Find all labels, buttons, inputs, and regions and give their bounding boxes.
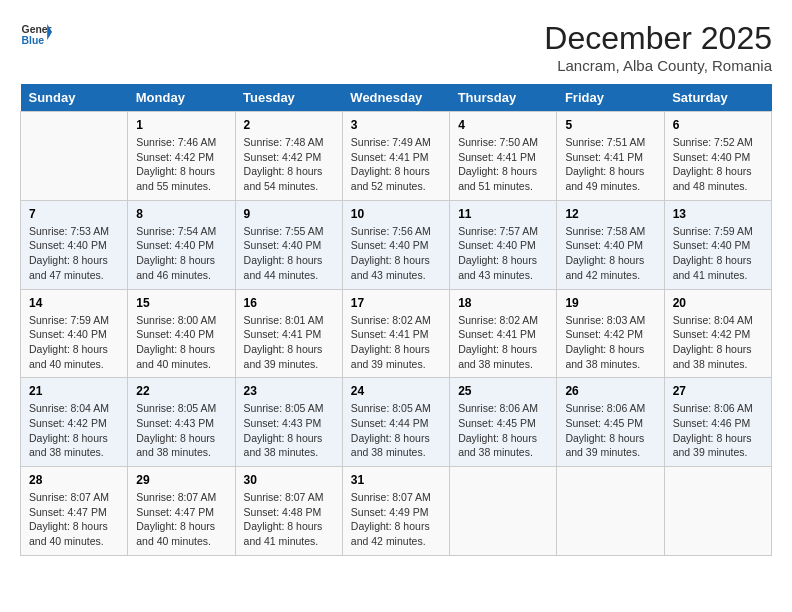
calendar-cell: 6Sunrise: 7:52 AM Sunset: 4:40 PM Daylig… bbox=[664, 112, 771, 201]
calendar-cell: 13Sunrise: 7:59 AM Sunset: 4:40 PM Dayli… bbox=[664, 200, 771, 289]
calendar-cell bbox=[557, 467, 664, 556]
day-info: Sunrise: 7:53 AM Sunset: 4:40 PM Dayligh… bbox=[29, 224, 119, 283]
calendar-cell: 3Sunrise: 7:49 AM Sunset: 4:41 PM Daylig… bbox=[342, 112, 449, 201]
day-number: 16 bbox=[244, 296, 334, 310]
day-number: 11 bbox=[458, 207, 548, 221]
calendar-cell: 27Sunrise: 8:06 AM Sunset: 4:46 PM Dayli… bbox=[664, 378, 771, 467]
calendar-cell: 12Sunrise: 7:58 AM Sunset: 4:40 PM Dayli… bbox=[557, 200, 664, 289]
day-info: Sunrise: 7:50 AM Sunset: 4:41 PM Dayligh… bbox=[458, 135, 548, 194]
day-info: Sunrise: 7:57 AM Sunset: 4:40 PM Dayligh… bbox=[458, 224, 548, 283]
calendar-cell: 22Sunrise: 8:05 AM Sunset: 4:43 PM Dayli… bbox=[128, 378, 235, 467]
header-tuesday: Tuesday bbox=[235, 84, 342, 112]
day-number: 4 bbox=[458, 118, 548, 132]
calendar-cell: 2Sunrise: 7:48 AM Sunset: 4:42 PM Daylig… bbox=[235, 112, 342, 201]
calendar-cell: 19Sunrise: 8:03 AM Sunset: 4:42 PM Dayli… bbox=[557, 289, 664, 378]
calendar-cell: 29Sunrise: 8:07 AM Sunset: 4:47 PM Dayli… bbox=[128, 467, 235, 556]
page-header: General Blue December 2025 Lancram, Alba… bbox=[20, 20, 772, 74]
calendar-week-4: 21Sunrise: 8:04 AM Sunset: 4:42 PM Dayli… bbox=[21, 378, 772, 467]
calendar-cell: 8Sunrise: 7:54 AM Sunset: 4:40 PM Daylig… bbox=[128, 200, 235, 289]
calendar-cell: 18Sunrise: 8:02 AM Sunset: 4:41 PM Dayli… bbox=[450, 289, 557, 378]
day-info: Sunrise: 8:03 AM Sunset: 4:42 PM Dayligh… bbox=[565, 313, 655, 372]
calendar-cell: 31Sunrise: 8:07 AM Sunset: 4:49 PM Dayli… bbox=[342, 467, 449, 556]
calendar-cell: 16Sunrise: 8:01 AM Sunset: 4:41 PM Dayli… bbox=[235, 289, 342, 378]
calendar-cell: 21Sunrise: 8:04 AM Sunset: 4:42 PM Dayli… bbox=[21, 378, 128, 467]
calendar-week-1: 1Sunrise: 7:46 AM Sunset: 4:42 PM Daylig… bbox=[21, 112, 772, 201]
month-title: December 2025 bbox=[544, 20, 772, 57]
day-number: 14 bbox=[29, 296, 119, 310]
header-wednesday: Wednesday bbox=[342, 84, 449, 112]
header-friday: Friday bbox=[557, 84, 664, 112]
day-info: Sunrise: 8:06 AM Sunset: 4:45 PM Dayligh… bbox=[565, 401, 655, 460]
calendar-cell bbox=[21, 112, 128, 201]
day-number: 8 bbox=[136, 207, 226, 221]
day-number: 18 bbox=[458, 296, 548, 310]
day-number: 2 bbox=[244, 118, 334, 132]
calendar-cell: 23Sunrise: 8:05 AM Sunset: 4:43 PM Dayli… bbox=[235, 378, 342, 467]
day-info: Sunrise: 8:02 AM Sunset: 4:41 PM Dayligh… bbox=[351, 313, 441, 372]
calendar-cell: 4Sunrise: 7:50 AM Sunset: 4:41 PM Daylig… bbox=[450, 112, 557, 201]
day-info: Sunrise: 8:07 AM Sunset: 4:49 PM Dayligh… bbox=[351, 490, 441, 549]
location: Lancram, Alba County, Romania bbox=[544, 57, 772, 74]
day-info: Sunrise: 7:56 AM Sunset: 4:40 PM Dayligh… bbox=[351, 224, 441, 283]
day-number: 28 bbox=[29, 473, 119, 487]
day-number: 1 bbox=[136, 118, 226, 132]
day-number: 19 bbox=[565, 296, 655, 310]
day-info: Sunrise: 8:07 AM Sunset: 4:47 PM Dayligh… bbox=[29, 490, 119, 549]
day-info: Sunrise: 8:02 AM Sunset: 4:41 PM Dayligh… bbox=[458, 313, 548, 372]
day-info: Sunrise: 8:00 AM Sunset: 4:40 PM Dayligh… bbox=[136, 313, 226, 372]
day-number: 21 bbox=[29, 384, 119, 398]
day-info: Sunrise: 7:59 AM Sunset: 4:40 PM Dayligh… bbox=[673, 224, 763, 283]
day-info: Sunrise: 8:05 AM Sunset: 4:43 PM Dayligh… bbox=[136, 401, 226, 460]
day-number: 23 bbox=[244, 384, 334, 398]
day-number: 25 bbox=[458, 384, 548, 398]
day-info: Sunrise: 7:58 AM Sunset: 4:40 PM Dayligh… bbox=[565, 224, 655, 283]
day-info: Sunrise: 7:52 AM Sunset: 4:40 PM Dayligh… bbox=[673, 135, 763, 194]
day-number: 9 bbox=[244, 207, 334, 221]
calendar-cell: 14Sunrise: 7:59 AM Sunset: 4:40 PM Dayli… bbox=[21, 289, 128, 378]
calendar-cell bbox=[450, 467, 557, 556]
calendar-cell: 28Sunrise: 8:07 AM Sunset: 4:47 PM Dayli… bbox=[21, 467, 128, 556]
day-info: Sunrise: 7:48 AM Sunset: 4:42 PM Dayligh… bbox=[244, 135, 334, 194]
day-number: 13 bbox=[673, 207, 763, 221]
calendar-cell: 7Sunrise: 7:53 AM Sunset: 4:40 PM Daylig… bbox=[21, 200, 128, 289]
day-number: 20 bbox=[673, 296, 763, 310]
day-info: Sunrise: 8:05 AM Sunset: 4:44 PM Dayligh… bbox=[351, 401, 441, 460]
day-number: 27 bbox=[673, 384, 763, 398]
calendar-cell: 9Sunrise: 7:55 AM Sunset: 4:40 PM Daylig… bbox=[235, 200, 342, 289]
calendar-cell: 1Sunrise: 7:46 AM Sunset: 4:42 PM Daylig… bbox=[128, 112, 235, 201]
calendar-table: SundayMondayTuesdayWednesdayThursdayFrid… bbox=[20, 84, 772, 556]
day-info: Sunrise: 8:01 AM Sunset: 4:41 PM Dayligh… bbox=[244, 313, 334, 372]
day-info: Sunrise: 7:55 AM Sunset: 4:40 PM Dayligh… bbox=[244, 224, 334, 283]
day-number: 30 bbox=[244, 473, 334, 487]
calendar-cell: 5Sunrise: 7:51 AM Sunset: 4:41 PM Daylig… bbox=[557, 112, 664, 201]
svg-text:Blue: Blue bbox=[22, 35, 45, 46]
day-number: 24 bbox=[351, 384, 441, 398]
calendar-week-5: 28Sunrise: 8:07 AM Sunset: 4:47 PM Dayli… bbox=[21, 467, 772, 556]
header-sunday: Sunday bbox=[21, 84, 128, 112]
day-info: Sunrise: 8:04 AM Sunset: 4:42 PM Dayligh… bbox=[29, 401, 119, 460]
header-saturday: Saturday bbox=[664, 84, 771, 112]
calendar-cell: 11Sunrise: 7:57 AM Sunset: 4:40 PM Dayli… bbox=[450, 200, 557, 289]
day-info: Sunrise: 7:54 AM Sunset: 4:40 PM Dayligh… bbox=[136, 224, 226, 283]
header-thursday: Thursday bbox=[450, 84, 557, 112]
day-number: 5 bbox=[565, 118, 655, 132]
day-number: 12 bbox=[565, 207, 655, 221]
calendar-cell: 24Sunrise: 8:05 AM Sunset: 4:44 PM Dayli… bbox=[342, 378, 449, 467]
calendar-cell: 15Sunrise: 8:00 AM Sunset: 4:40 PM Dayli… bbox=[128, 289, 235, 378]
calendar-week-2: 7Sunrise: 7:53 AM Sunset: 4:40 PM Daylig… bbox=[21, 200, 772, 289]
day-number: 3 bbox=[351, 118, 441, 132]
calendar-cell: 30Sunrise: 8:07 AM Sunset: 4:48 PM Dayli… bbox=[235, 467, 342, 556]
day-number: 29 bbox=[136, 473, 226, 487]
calendar-cell: 26Sunrise: 8:06 AM Sunset: 4:45 PM Dayli… bbox=[557, 378, 664, 467]
calendar-header-row: SundayMondayTuesdayWednesdayThursdayFrid… bbox=[21, 84, 772, 112]
day-info: Sunrise: 8:07 AM Sunset: 4:47 PM Dayligh… bbox=[136, 490, 226, 549]
calendar-cell: 20Sunrise: 8:04 AM Sunset: 4:42 PM Dayli… bbox=[664, 289, 771, 378]
day-number: 6 bbox=[673, 118, 763, 132]
title-block: December 2025 Lancram, Alba County, Roma… bbox=[544, 20, 772, 74]
logo: General Blue bbox=[20, 20, 52, 48]
day-info: Sunrise: 8:06 AM Sunset: 4:46 PM Dayligh… bbox=[673, 401, 763, 460]
day-number: 26 bbox=[565, 384, 655, 398]
day-number: 15 bbox=[136, 296, 226, 310]
day-info: Sunrise: 8:04 AM Sunset: 4:42 PM Dayligh… bbox=[673, 313, 763, 372]
calendar-cell: 10Sunrise: 7:56 AM Sunset: 4:40 PM Dayli… bbox=[342, 200, 449, 289]
